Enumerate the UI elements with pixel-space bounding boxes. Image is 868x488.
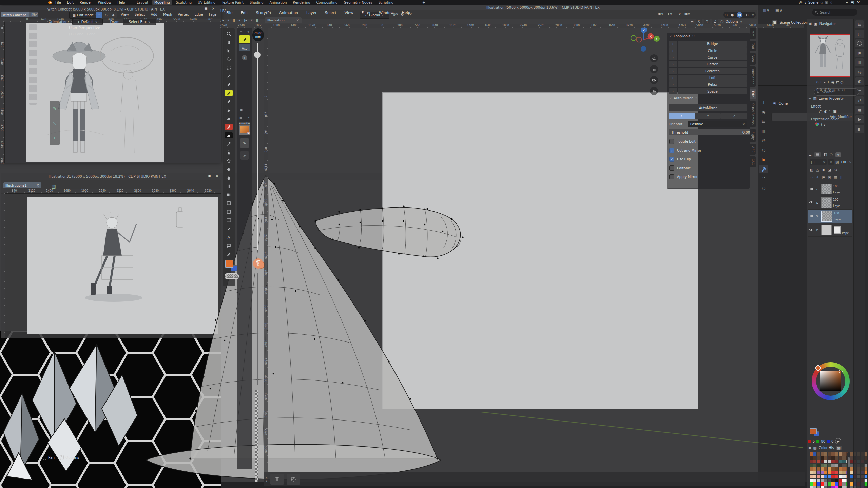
sidebar-tab-animation[interactable]: Animation	[750, 66, 756, 87]
flip-thumbnail-icon[interactable]: ⇄	[836, 80, 839, 84]
orientation-default-dropdown[interactable]: ✛Default∨	[72, 19, 103, 25]
add-subtool-button[interactable]: +	[242, 55, 247, 60]
workspace-tab-compositing[interactable]: Compositing	[314, 0, 340, 5]
workspace-tab-layout[interactable]: Layout	[134, 0, 151, 5]
palette-swatch[interactable]	[817, 467, 820, 471]
outliner-display-mode-button[interactable]: ▥∨	[763, 8, 769, 13]
palette-swatch[interactable]	[817, 456, 820, 460]
palette-swatch[interactable]	[828, 452, 831, 456]
palette-swatch[interactable]	[835, 482, 838, 486]
layer-row-2[interactable]: ✎100Laye	[808, 210, 852, 223]
workspace-tab-uv-editing[interactable]: UV Editing	[195, 0, 218, 5]
palette-swatch[interactable]	[835, 467, 838, 471]
brush-preview-tile[interactable]: Axon Urg ◘	[239, 122, 250, 135]
workspace-tab-animation[interactable]: Animation	[267, 0, 289, 5]
pen-icon[interactable]: ✎	[53, 106, 57, 111]
checkbox[interactable]: ✓	[669, 148, 674, 153]
palette-swatch[interactable]	[821, 456, 824, 460]
combine-copy-icon[interactable]: ▣	[822, 175, 825, 179]
layer-opacity-value[interactable]: 100	[840, 160, 847, 164]
csp-menu-animation[interactable]: Animation	[279, 11, 298, 15]
scrollbar-thumb[interactable]	[848, 457, 850, 467]
palette-swatch[interactable]	[821, 460, 824, 463]
palette-swatch[interactable]	[842, 460, 846, 463]
document-tab-illustration31[interactable]: Illustration31 ×	[3, 182, 41, 188]
sub-view-icon[interactable]: ▢	[855, 30, 864, 38]
correct-line-tool[interactable]	[225, 251, 233, 257]
properties-tab-render[interactable]: ◉	[759, 108, 768, 116]
palette-swatch[interactable]	[839, 482, 842, 486]
watercolor-tool[interactable]	[225, 175, 233, 181]
palette-swatch[interactable]	[824, 460, 828, 463]
palette-swatch[interactable]	[835, 475, 838, 478]
playback-icon--[interactable]: «	[238, 18, 240, 22]
blend-tool[interactable]	[225, 158, 233, 164]
new-subtool-icon[interactable]: ▣	[240, 108, 243, 112]
new-layer-icon[interactable]: ▦	[834, 175, 837, 179]
illustration31-canvas[interactable]	[27, 197, 218, 334]
blender-menu-file[interactable]: File	[55, 1, 61, 4]
checkbox[interactable]	[669, 139, 674, 144]
expand-arrow-icon[interactable]: ›	[669, 81, 677, 87]
viewport-menu-mesh[interactable]: Mesh	[163, 13, 172, 16]
properties-breadcrumb[interactable]: ▣ Cone	[773, 101, 788, 105]
rendered-shading-icon[interactable]: ◐	[746, 13, 749, 17]
palette-swatch[interactable]	[813, 471, 817, 474]
palette-swatch[interactable]	[839, 452, 842, 456]
checkbox[interactable]	[669, 165, 674, 171]
blender-menu-render[interactable]: Render	[80, 1, 92, 4]
palette-swatch[interactable]	[813, 452, 817, 456]
eraser-tool[interactable]	[225, 107, 233, 113]
csp-document-tab-illustration[interactable]: Illustration ×	[265, 17, 302, 23]
palette-swatch[interactable]	[813, 482, 817, 486]
zoom-out-icon[interactable]: –	[824, 80, 826, 84]
opacity-stepper-icon[interactable]: ◇	[849, 161, 851, 164]
checkbox[interactable]: ✓	[669, 157, 674, 162]
add-workspace-button[interactable]: +	[420, 0, 427, 5]
workspace-tab-modeling[interactable]: Modeling	[152, 0, 172, 5]
edge-select-button[interactable]: ◇	[103, 12, 110, 18]
lock-layer-icon[interactable]: ▪	[822, 168, 825, 172]
looptools-button-flatten[interactable]: Flatten	[678, 61, 747, 67]
cel-bank-icon[interactable]: ▶	[855, 115, 864, 123]
palette-swatch[interactable]	[831, 471, 835, 474]
overview-icon[interactable]: ◧	[855, 125, 864, 133]
hamburger-icon[interactable]: ≡	[809, 22, 812, 26]
palette-swatch[interactable]	[810, 456, 813, 460]
layer-thumbnail[interactable]	[821, 197, 832, 208]
operation-tool[interactable]	[225, 47, 233, 54]
mirror-x-button[interactable]: X	[696, 19, 702, 24]
snap-path-icon[interactable]: ◌	[720, 19, 724, 24]
ruler-scroll-arrows[interactable]: ∧∨	[266, 476, 268, 482]
palette-swatch[interactable]	[824, 456, 828, 460]
palette-swatch[interactable]	[821, 452, 824, 456]
palette-swatch[interactable]	[850, 475, 853, 478]
witch-canvas[interactable]	[26, 23, 164, 162]
playback-icon--[interactable]: ||	[256, 18, 258, 22]
palette-swatch[interactable]	[835, 486, 838, 488]
sidebar-tab-rigify[interactable]: Rigify	[750, 129, 756, 142]
expand-thumbnail-icon[interactable]: ◇	[840, 80, 843, 84]
zoom-tool[interactable]	[225, 31, 233, 37]
palette-swatch[interactable]	[813, 456, 817, 460]
expand-arrow-icon[interactable]: ›	[669, 75, 677, 81]
tool-property-header[interactable]: ≡–•	[237, 115, 252, 120]
palette-swatch[interactable]	[821, 486, 824, 488]
workspace-tab-sculpting[interactable]: Sculpting	[174, 0, 194, 5]
palette-swatch[interactable]	[828, 464, 831, 467]
solid-shading-icon[interactable]: ●	[731, 13, 734, 17]
sidebar-tab-arp[interactable]: ARP	[750, 144, 756, 155]
hamburger-icon[interactable]: ≡	[240, 30, 243, 33]
palette-swatch[interactable]	[824, 482, 828, 486]
ruler-range-icon[interactable]: △	[816, 168, 819, 172]
palette-swatch[interactable]	[839, 467, 842, 471]
chevron-down-icon[interactable]: ∨	[266, 479, 268, 482]
properties-tab-tool[interactable]: +	[759, 98, 768, 106]
layer-icon[interactable]: ▣	[855, 49, 864, 57]
palette-swatch[interactable]	[824, 464, 828, 467]
add-modifier-floater[interactable]: Add Modifier	[830, 115, 852, 119]
marker-tool[interactable]	[225, 124, 233, 130]
palette-swatch[interactable]	[839, 486, 842, 488]
viewport-navigation-gizmo[interactable]: Z X Y	[630, 26, 662, 56]
palette-swatch[interactable]	[831, 456, 835, 460]
